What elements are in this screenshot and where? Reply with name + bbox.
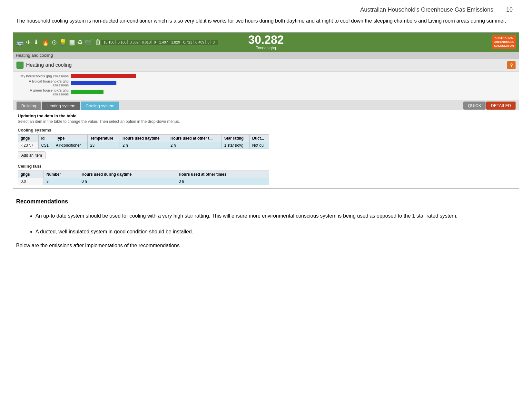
- cooling-type: Air-conditioner: [53, 142, 88, 149]
- top-bar-icons: 🚌 ✈ 🌡 🔥 ⊙ 💡 ▦ ♻ 🛒 🗑: [16, 38, 101, 46]
- th-ghgs: ghgs: [18, 134, 39, 142]
- tonnes-display: 30.282 Tonnes ghg: [248, 34, 284, 50]
- cooling-systems-title: Cooling systems: [18, 128, 514, 132]
- fans-number: 3: [44, 178, 79, 185]
- page-number: 10: [506, 6, 513, 13]
- fans-hours-day: 0 h: [79, 178, 176, 185]
- num-4: 6.818: [142, 40, 152, 44]
- cooling-ghgs: 237.7: [24, 143, 33, 148]
- section-title: Heating and cooling: [26, 62, 72, 68]
- th-temperature: Temperature: [87, 134, 120, 142]
- tab-nav: Building Heating system Cooling system Q…: [13, 100, 519, 110]
- cooling-temperature: 23: [87, 142, 120, 149]
- num-5: 0: [154, 40, 157, 44]
- plus-button[interactable]: +: [16, 62, 24, 69]
- emissions-bars: My household's ghg emissions A typical h…: [13, 72, 519, 100]
- tab-cooling[interactable]: Cooling system: [81, 102, 119, 110]
- num-8: 0.721: [183, 40, 193, 44]
- bulb-icon: 💡: [59, 38, 67, 46]
- th-id: Id: [38, 134, 53, 142]
- th-hours-other: Hours used at other t...: [168, 134, 222, 142]
- bar-label-household: My household's ghg emissions: [20, 74, 71, 78]
- th-hours-day: Hours used daytime: [120, 134, 168, 142]
- bar-label-green: A green household's ghg emissions: [20, 88, 71, 96]
- bar-typical: [71, 81, 116, 85]
- top-bar-numbers: 15.100 0.106 3.802 6.818 0 1.497 1.829 0…: [101, 40, 218, 45]
- table-row[interactable]: 0.0 3 0 h 0 h: [18, 178, 269, 185]
- trash-icon: 🗑: [95, 38, 101, 46]
- th-star: Star rating: [222, 134, 250, 142]
- delete-button[interactable]: x: [21, 143, 23, 148]
- recommendations-section: Recommendations An up-to date system sho…: [13, 198, 519, 237]
- agc-logo: AUSTRALIAN GREENHOUSE CALCULATOR: [492, 35, 516, 49]
- bar-green: [71, 90, 103, 94]
- bar-row-typical: A typical household's ghg emissions: [20, 79, 512, 87]
- fans-hours-other: 0 h: [176, 178, 269, 185]
- intro-paragraph: The household cooling system is non-duct…: [13, 16, 519, 26]
- update-subtitle: Select an item in the table to change th…: [18, 119, 514, 124]
- cooling-star: 1 star (low): [222, 142, 250, 149]
- fans-ghgs: 0.0: [18, 178, 44, 185]
- below-text: Below are the emissions after implementa…: [13, 243, 519, 249]
- list-item: A ducted, well insulated system in good …: [35, 227, 516, 237]
- thermometer-icon: 🌡: [33, 38, 40, 46]
- fans-table: ghgs Number Hours used during daytime Ho…: [18, 171, 269, 185]
- bar-label-typical: A typical household's ghg emissions: [20, 79, 71, 87]
- fans-table-header: ghgs Number Hours used during daytime Ho…: [18, 171, 269, 178]
- tonnes-label: Tonnes ghg: [248, 46, 284, 50]
- cooling-id: CS1: [38, 142, 53, 149]
- num-7: 1.829: [171, 40, 182, 44]
- detailed-button[interactable]: DETAILED: [486, 102, 516, 110]
- app-widget: 🚌 ✈ 🌡 🔥 ⊙ 💡 ▦ ♻ 🛒 🗑 15.100 0.106 3.802 6…: [13, 32, 519, 189]
- bar-row-green: A green household's ghg emissions: [20, 88, 512, 96]
- num-9: 0.409: [195, 40, 206, 44]
- cooling-hours-day: 2 h: [120, 142, 168, 149]
- num-11: 0: [213, 40, 216, 44]
- ceiling-fans-title: Ceiling fans: [18, 164, 514, 169]
- section-title-area: + Heating and cooling: [16, 62, 72, 69]
- top-bar: 🚌 ✈ 🌡 🔥 ⊙ 💡 ▦ ♻ 🛒 🗑 15.100 0.106 3.802 6…: [13, 33, 519, 52]
- add-item-button[interactable]: Add an item: [18, 152, 45, 159]
- recycle-icon: ♻: [77, 38, 83, 46]
- list-item: An up-to date system should be used for …: [35, 211, 516, 221]
- washer-icon: ⊙: [52, 38, 57, 46]
- section-header-row: + Heating and cooling ?: [13, 59, 519, 72]
- cooling-del-cell: x 237.7: [18, 142, 39, 149]
- plane-icon: ✈: [26, 38, 31, 46]
- num-1: 15.100: [103, 40, 116, 44]
- tab-heating[interactable]: Heating system: [42, 102, 80, 110]
- recommendations-title: Recommendations: [16, 198, 516, 205]
- sub-bar-text: Heating and cooling: [16, 53, 53, 58]
- table-row[interactable]: x 237.7 CS1 Air-conditioner 23 2 h 2 h 1…: [18, 142, 269, 149]
- th-duct: Duct...: [250, 134, 269, 142]
- tonnes-number: 30.282: [248, 34, 284, 46]
- cooling-hours-other: 2 h: [168, 142, 222, 149]
- fans-th-number: Number: [44, 171, 79, 178]
- num-6: 1.497: [159, 40, 169, 44]
- bus-icon: 🚌: [16, 38, 24, 46]
- bar-row-household: My household's ghg emissions: [20, 74, 512, 78]
- cooling-table: ghgs Id Type Temperature Hours used dayt…: [18, 134, 269, 149]
- fans-th-ghgs: ghgs: [18, 171, 44, 178]
- num-10: 0: [208, 40, 211, 44]
- help-button[interactable]: ?: [507, 61, 516, 69]
- page-header: Australian Household's Greenhouse Gas Em…: [13, 6, 519, 13]
- cooling-duct: Not du: [250, 142, 269, 149]
- content-area: Updating the data in the table Select an…: [13, 110, 519, 188]
- fans-th-hours-other: Hours used at other times: [176, 171, 269, 178]
- page-title: Australian Household's Greenhouse Gas Em…: [360, 6, 493, 13]
- update-title: Updating the data in the table: [18, 113, 514, 118]
- num-3: 3.802: [130, 40, 140, 44]
- recommendations-list: An up-to date system should be used for …: [16, 211, 516, 237]
- fire-icon: 🔥: [42, 38, 50, 46]
- quick-button[interactable]: QUICK: [463, 102, 486, 110]
- grid-icon: ▦: [69, 38, 75, 46]
- bar-household: [71, 74, 136, 78]
- fans-th-hours-day: Hours used during daytime: [79, 171, 176, 178]
- sub-bar: Heating and cooling: [13, 52, 519, 59]
- num-2: 0.106: [118, 40, 128, 44]
- cart-icon: 🛒: [85, 38, 93, 46]
- tab-building[interactable]: Building: [16, 102, 41, 110]
- cooling-table-header: ghgs Id Type Temperature Hours used dayt…: [18, 134, 269, 142]
- th-type: Type: [53, 134, 88, 142]
